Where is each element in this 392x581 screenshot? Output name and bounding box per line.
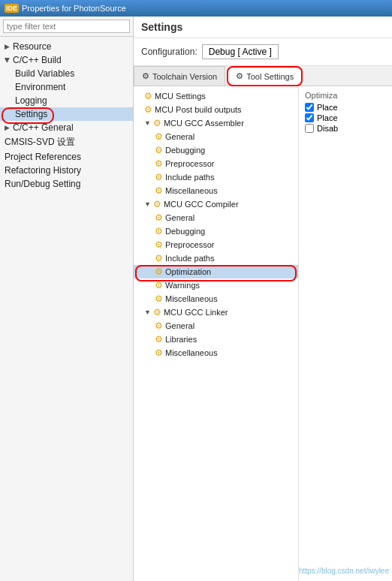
tab-tool-settings[interactable]: ⚙ Tool Settings [227,66,303,86]
tree-item-compiler-misc[interactable]: ⚙ Miscellaneous [134,292,298,306]
gear-icon: ⚙ [155,239,163,250]
toolchain-icon: ⚙ [142,71,149,81]
gear-icon: ⚙ [155,348,163,358]
option-checkbox-place2[interactable] [305,113,314,122]
tree-item-assembler-debugging[interactable]: ⚙ Debugging [134,143,298,157]
tree-item-assembler-preprocessor[interactable]: ⚙ Preprocessor [134,157,298,170]
gear-icon: ⚙ [155,145,163,155]
option-row-place1: Place [305,103,386,112]
gear-icon: ⚙ [155,158,163,169]
sidebar-item-label: Environment [15,82,65,92]
tree-item-compiler-include[interactable]: ⚙ Include paths [134,251,298,265]
option-label-disab: Disab [317,124,338,133]
gear-icon: ⚙ [155,212,163,223]
tree-item-linker-misc[interactable]: ⚙ Miscellaneous [134,346,298,360]
sidebar-item-refactoring-history[interactable]: Refactoring History [0,164,133,177]
gear-icon: ⚙ [144,104,152,115]
tree-arrow-icon: ▼ [144,200,151,208]
gear-icon: ⚙ [153,307,161,318]
sidebar-item-label: CMSIS-SVD 设置 [5,136,75,149]
gear-icon: ⚙ [155,253,163,263]
tree-item-label: Preprocessor [165,240,214,249]
tree-item-compiler-preprocessor[interactable]: ⚙ Preprocessor [134,238,298,251]
tree-item-label: Miscellaneous [165,294,218,303]
optimization-options-panel: Optimiza Place Place Disab [299,86,392,581]
tree-item-label: MCU Post build outputs [155,105,242,114]
tool-settings-icon: ⚙ [236,71,243,81]
settings-header: Settings [134,17,392,38]
option-checkbox-disab[interactable] [305,124,314,133]
tree-item-assembler-general[interactable]: ⚙ General [134,130,298,143]
sidebar-item-label: Project References [5,152,81,162]
arrow-icon: ▶ [4,58,11,63]
option-label-place1: Place [317,103,338,112]
tree-arrow-icon: ▼ [144,119,151,127]
tree-item-label: Debugging [165,227,205,236]
tree-item-compiler-optimization[interactable]: ⚙ Optimization [134,265,298,278]
tree-item-compiler-general[interactable]: ⚙ General [134,211,298,224]
sidebar-item-cpp-general[interactable]: ▶ C/C++ General [0,121,133,134]
tree-item-linker-general[interactable]: ⚙ General [134,319,298,333]
gear-icon: ⚙ [144,91,152,101]
ide-logo: IDE [5,4,19,13]
config-value: Debug [ Active ] [202,44,279,59]
tree-item-mcu-gcc-linker[interactable]: ▼ ⚙ MCU GCC Linker [134,306,298,319]
arrow-icon: ▶ [5,124,10,131]
sidebar-item-build-variables[interactable]: Build Variables [0,67,133,80]
tab-label: Toolchain Version [152,72,217,81]
title-bar: IDE Properties for PhotonSource [0,0,392,17]
tree-item-assembler-include[interactable]: ⚙ Include paths [134,170,298,184]
gear-icon: ⚙ [155,321,163,331]
tree-item-mcu-gcc-compiler[interactable]: ▼ ⚙ MCU GCC Compiler [134,197,298,211]
sidebar-item-label: Resource [13,41,51,52]
main-container: ▶ Resource ▶ C/C++ Build Build Variables… [0,17,392,581]
gear-icon: ⚙ [155,266,163,277]
gear-icon: ⚙ [155,185,163,196]
filter-input[interactable] [3,20,130,33]
tree-item-label: Debugging [165,146,205,155]
right-panel: Settings Configuration: Debug [ Active ]… [134,17,392,581]
sidebar-item-logging[interactable]: Logging [0,94,133,107]
tree-item-mcu-gcc-assembler[interactable]: ▼ ⚙ MCU GCC Assembler [134,116,298,130]
tree-item-label: MCU GCC Linker [164,308,228,317]
tree-item-label: Include paths [165,254,214,263]
gear-icon: ⚙ [155,226,163,236]
sidebar-item-cmsis-svd[interactable]: CMSIS-SVD 设置 [0,134,133,150]
gear-icon: ⚙ [155,172,163,182]
option-row-place2: Place [305,113,386,122]
nav-tree: ▶ Resource ▶ C/C++ Build Build Variables… [0,37,133,581]
sidebar-item-cpp-build[interactable]: ▶ C/C++ Build [0,53,133,67]
sidebar-item-resource[interactable]: ▶ Resource [0,40,133,53]
tab-toolchain[interactable]: ⚙ Toolchain Version [134,66,225,86]
tree-item-label: Warnings [165,281,200,290]
gear-icon: ⚙ [155,280,163,290]
tree-item-label: General [165,321,194,330]
sidebar-item-project-references[interactable]: Project References [0,150,133,164]
options-title: Optimiza [305,91,386,100]
window-title: Properties for PhotonSource [22,4,126,13]
tree-item-label: Miscellaneous [165,186,218,195]
tree-item-label: MCU Settings [155,92,206,101]
sidebar-item-settings[interactable]: Settings [0,107,133,121]
sidebar-item-label: C/C++ Build [13,55,62,65]
tree-item-label: MCU GCC Assembler [164,119,244,128]
tree-item-compiler-warnings[interactable]: ⚙ Warnings [134,278,298,292]
tree-item-assembler-misc[interactable]: ⚙ Miscellaneous [134,184,298,197]
gear-icon: ⚙ [155,294,163,304]
tree-item-compiler-debugging[interactable]: ⚙ Debugging [134,224,298,238]
sidebar-item-run-debug[interactable]: Run/Debug Setting [0,177,133,191]
sidebar-item-label: C/C++ General [13,122,74,133]
option-checkbox-place1[interactable] [305,103,314,112]
tree-item-label: Optimization [165,267,211,276]
tree-item-linker-libraries[interactable]: ⚙ Libraries [134,333,298,346]
gear-icon: ⚙ [155,131,163,142]
tree-item-label: General [165,213,194,222]
arrow-icon: ▶ [5,43,10,50]
sidebar-item-environment[interactable]: Environment [0,80,133,94]
tree-item-mcu-post-build[interactable]: ⚙ MCU Post build outputs [134,103,298,116]
tree-item-label: Preprocessor [165,159,214,168]
tree-item-mcu-settings[interactable]: ⚙ MCU Settings [134,89,298,103]
tree-item-label: General [165,132,194,141]
tab-label: Tool Settings [246,72,294,81]
gear-icon: ⚙ [155,334,163,345]
